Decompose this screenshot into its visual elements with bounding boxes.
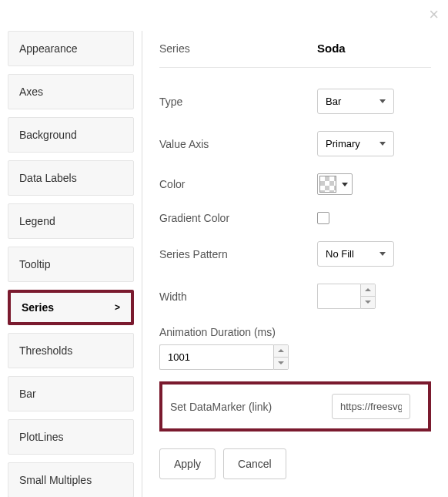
chevron-down-icon: [342, 183, 348, 186]
chevron-down-icon: [278, 361, 284, 364]
color-swatch: [319, 176, 336, 193]
datamarker-link-input[interactable]: [332, 394, 410, 419]
type-select[interactable]: Bar: [317, 89, 394, 114]
tab-small-multiples[interactable]: Small Multiples: [8, 462, 134, 497]
animation-step-up[interactable]: [274, 345, 288, 358]
tab-legend[interactable]: Legend: [8, 203, 134, 239]
series-header-label: Series: [159, 42, 317, 55]
tab-plotlines[interactable]: PlotLines: [8, 419, 134, 455]
tab-appearance[interactable]: Appearance: [8, 31, 134, 66]
chevron-down-icon: [379, 252, 386, 256]
width-label: Width: [159, 290, 317, 303]
value-axis-select[interactable]: Primary: [317, 131, 394, 156]
tab-data-labels[interactable]: Data Labels: [8, 160, 134, 196]
tab-axes[interactable]: Axes: [8, 74, 134, 109]
datamarker-row: Set DataMarker (link): [159, 381, 431, 432]
series-pattern-label: Series Pattern: [159, 248, 317, 260]
settings-panel: Series Soda Type Bar Value Axis Primary …: [142, 31, 440, 497]
animation-duration-stepper[interactable]: [159, 344, 289, 370]
type-label: Type: [159, 96, 317, 108]
chevron-up-icon: [365, 288, 371, 291]
datamarker-label: Set DataMarker (link): [170, 401, 332, 413]
color-label: Color: [159, 178, 317, 190]
series-pattern-select[interactable]: No Fill: [317, 241, 394, 267]
color-picker[interactable]: [317, 173, 353, 195]
close-icon[interactable]: ×: [429, 6, 439, 23]
type-select-value: Bar: [326, 96, 341, 107]
tab-background[interactable]: Background: [8, 117, 134, 153]
sidebar: AppearanceAxesBackgroundData LabelsLegen…: [8, 31, 142, 497]
series-header-value: Soda: [317, 42, 346, 55]
value-axis-select-value: Primary: [326, 138, 360, 149]
gradient-color-checkbox[interactable]: [317, 212, 329, 224]
gradient-color-label: Gradient Color: [159, 212, 317, 224]
width-stepper[interactable]: [317, 284, 376, 309]
tab-bar[interactable]: Bar: [8, 376, 134, 411]
tab-tooltip[interactable]: Tooltip: [8, 247, 134, 282]
width-input[interactable]: [317, 284, 360, 309]
animation-duration-label: Animation Duration (ms): [159, 326, 431, 338]
animation-step-down[interactable]: [274, 358, 288, 370]
animation-duration-input[interactable]: [159, 344, 273, 370]
chevron-down-icon: [365, 301, 371, 304]
series-pattern-select-value: No Fill: [326, 248, 354, 260]
chevron-down-icon: [379, 99, 386, 103]
apply-button[interactable]: Apply: [159, 448, 216, 479]
chevron-up-icon: [278, 349, 284, 352]
chevron-down-icon: [379, 142, 386, 146]
width-step-up[interactable]: [361, 284, 375, 297]
cancel-button[interactable]: Cancel: [223, 448, 286, 479]
tab-thresholds[interactable]: Thresholds: [8, 333, 134, 368]
width-step-down[interactable]: [361, 297, 375, 309]
tab-series[interactable]: Series: [8, 290, 134, 325]
value-axis-label: Value Axis: [159, 138, 317, 150]
